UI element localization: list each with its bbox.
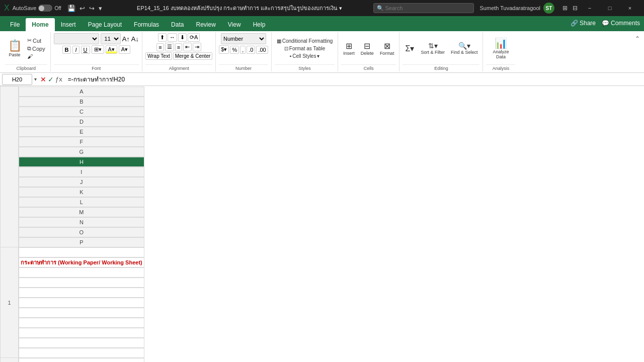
decrease-decimal-button[interactable]: .0: [247, 46, 255, 54]
align-bottom-button[interactable]: ⬇: [178, 33, 187, 42]
format-button[interactable]: ⊠ Format: [378, 40, 396, 57]
col-header-J[interactable]: J: [19, 177, 144, 187]
redo-icon[interactable]: ↪: [89, 5, 95, 12]
number-format-select[interactable]: Number: [221, 33, 266, 44]
cell-M1[interactable]: [19, 318, 144, 328]
underline-button[interactable]: U: [81, 46, 90, 54]
cut-button[interactable]: ✂ Cut: [25, 37, 47, 44]
cell-A1[interactable]: [19, 247, 144, 257]
col-header-A[interactable]: A: [19, 86, 144, 97]
col-header-E[interactable]: E: [19, 127, 144, 137]
align-center-button[interactable]: ☰: [165, 43, 174, 51]
col-header-N[interactable]: N: [19, 217, 144, 227]
wrap-text-button[interactable]: Wrap Text: [145, 52, 172, 60]
col-header-D[interactable]: D: [19, 117, 144, 127]
comments-button[interactable]: 💬 Comments: [602, 20, 640, 27]
user-avatar[interactable]: ST: [543, 3, 554, 14]
search-box[interactable]: 🔍: [373, 3, 474, 13]
view-mode-icon[interactable]: ⊞: [560, 5, 570, 12]
col-header-B[interactable]: B: [19, 97, 144, 107]
cancel-formula-icon[interactable]: ✕: [40, 75, 46, 83]
find-select-button[interactable]: 🔍▾ Find & Select: [449, 41, 480, 56]
format-as-table-button[interactable]: ⊡ Format as Table: [282, 45, 328, 52]
tab-review[interactable]: Review: [190, 18, 221, 31]
customize-qat-icon[interactable]: ▾: [99, 5, 102, 12]
cell-O1[interactable]: [19, 338, 144, 348]
col-header-G[interactable]: G: [19, 147, 144, 157]
cell-styles-button[interactable]: ▪ Cell Styles ▾: [288, 53, 322, 59]
confirm-formula-icon[interactable]: ✓: [48, 75, 54, 83]
save-icon[interactable]: 💾: [67, 5, 75, 12]
cell-P1[interactable]: [19, 348, 144, 358]
formula-input[interactable]: [66, 74, 642, 85]
increase-font-icon[interactable]: A↑: [122, 35, 130, 43]
border-button[interactable]: ⊞▾: [92, 45, 104, 54]
minimize-button[interactable]: −: [580, 0, 600, 16]
cell-N1[interactable]: [19, 328, 144, 338]
col-header-M[interactable]: M: [19, 207, 144, 217]
tab-view[interactable]: View: [222, 18, 247, 31]
copy-button[interactable]: ⧉ Copy: [25, 45, 47, 52]
collapse-ribbon-button[interactable]: ⌃: [633, 34, 642, 43]
analyze-data-button[interactable]: 📊 Analyze Data: [486, 33, 515, 63]
autosave-toggle[interactable]: [38, 5, 52, 12]
restore-icon[interactable]: ⊟: [571, 5, 580, 12]
sort-filter-button[interactable]: ⇅▾ Sort & Filter: [419, 41, 447, 56]
sum-button[interactable]: Σ▾: [403, 43, 417, 54]
undo-icon[interactable]: ↩: [79, 5, 85, 12]
cell-A2[interactable]: [19, 358, 144, 363]
col-header-L[interactable]: L: [19, 197, 144, 207]
cell-L1[interactable]: [19, 308, 144, 318]
tab-page-layout[interactable]: Page Layout: [82, 18, 128, 31]
align-right-button[interactable]: ≡: [175, 43, 182, 51]
tab-formulas[interactable]: Formulas: [128, 18, 165, 31]
fill-color-button[interactable]: A▾: [106, 45, 117, 54]
align-middle-button[interactable]: ↔: [168, 33, 177, 42]
currency-button[interactable]: $▾: [219, 45, 229, 54]
cell-reference-box[interactable]: [2, 74, 32, 85]
delete-button[interactable]: ⊟ Delete: [359, 40, 376, 57]
tab-home[interactable]: Home: [26, 18, 54, 31]
tab-help[interactable]: Help: [247, 18, 272, 31]
insert-button[interactable]: ⊞ Insert: [341, 40, 357, 57]
increase-indent-button[interactable]: ⇥: [193, 43, 201, 51]
col-header-H[interactable]: H: [19, 157, 144, 167]
col-header-O[interactable]: O: [19, 227, 144, 237]
italic-button[interactable]: I: [72, 46, 79, 54]
cell-J1[interactable]: [19, 288, 144, 298]
col-header-I[interactable]: I: [19, 167, 144, 177]
col-header-P[interactable]: P: [19, 237, 144, 247]
comma-button[interactable]: ,: [240, 46, 246, 54]
insert-function-icon[interactable]: ƒx: [55, 75, 62, 83]
tab-file[interactable]: File: [4, 18, 26, 31]
cell-B1[interactable]: กระดาษทำการ (Working Paper/ Working Shee…: [19, 257, 144, 267]
tab-insert[interactable]: Insert: [55, 18, 82, 31]
search-input[interactable]: [385, 5, 470, 11]
align-top-button[interactable]: ⬆: [158, 33, 167, 42]
tab-data[interactable]: Data: [165, 18, 190, 31]
col-header-C[interactable]: C: [19, 107, 144, 117]
orientation-button[interactable]: ⟳A: [188, 33, 200, 42]
decrease-indent-button[interactable]: ⇤: [183, 43, 192, 51]
cell-K1[interactable]: [19, 298, 144, 308]
paste-button[interactable]: 📋Paste: [5, 33, 24, 63]
format-painter-button[interactable]: 🖌: [25, 53, 47, 60]
font-name-select[interactable]: [54, 33, 99, 44]
conditional-formatting-button[interactable]: ▦ Conditional Formatting: [275, 38, 335, 44]
close-button[interactable]: ×: [620, 0, 640, 16]
cell-H1[interactable]: [19, 267, 144, 278]
share-button[interactable]: 🔗 Share: [571, 20, 596, 27]
increase-decimal-button[interactable]: .00: [256, 46, 268, 54]
merge-center-button[interactable]: Merge & Center: [173, 52, 213, 60]
bold-button[interactable]: B: [62, 46, 71, 54]
cell-I1[interactable]: [19, 278, 144, 288]
font-color-button[interactable]: A▾: [119, 45, 130, 54]
font-size-select[interactable]: 11: [101, 33, 121, 44]
decrease-font-icon[interactable]: A↓: [131, 35, 139, 43]
col-header-K[interactable]: K: [19, 187, 144, 197]
col-header-F[interactable]: F: [19, 137, 144, 147]
align-left-button[interactable]: ≡: [156, 43, 164, 51]
name-box-dropdown-icon[interactable]: ▾: [34, 76, 37, 82]
maximize-button[interactable]: □: [600, 0, 620, 16]
percent-button[interactable]: %: [230, 46, 239, 54]
